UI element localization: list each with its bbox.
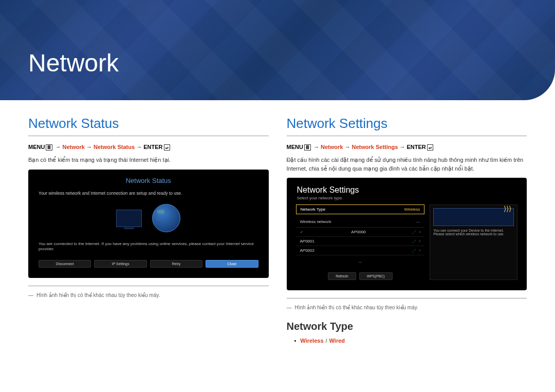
- status-screenshot: Network Status Your wireless network and…: [28, 170, 269, 278]
- ap-name: AP0000: [351, 230, 365, 234]
- path-menu: MENU: [287, 144, 303, 150]
- menu-icon: Ⅲ: [304, 144, 311, 151]
- side-text: You can connect your Device to the inter…: [433, 229, 514, 236]
- footnote-text: Hình ảnh hiển thị có thể khác nhau tùy t…: [36, 292, 160, 298]
- path-settings: Network Settings: [352, 144, 398, 150]
- status-footnote: ―Hình ảnh hiển thị có thể khác nhau tùy …: [28, 286, 269, 298]
- dash: ―: [28, 292, 33, 298]
- path-network: Network: [63, 144, 85, 150]
- nav-path-settings: MENUⅢ → Network → Network Settings → ENT…: [287, 144, 527, 151]
- ap-row-2[interactable]: AP0002⋰›: [296, 246, 425, 255]
- menu-icon: Ⅲ: [46, 144, 52, 151]
- ss-buttons: Disconnect IP Settings Retry Close: [33, 255, 264, 273]
- chevron-right-icon: ›: [419, 230, 421, 234]
- path-menu: MENU: [28, 144, 45, 150]
- ap-row-1[interactable]: AP0001⋰›: [296, 237, 425, 246]
- signal-icon: ⋰: [412, 239, 416, 244]
- content-columns: Network Status MENUⅢ → Network → Network…: [0, 100, 555, 344]
- footnote-text: Hình ảnh hiển thị có thể khác nhau tùy t…: [295, 305, 418, 310]
- path-enter: ENTER: [407, 144, 426, 150]
- ss-right-panel: ⟩⟩⟩ You can connect your Device to the i…: [430, 204, 517, 280]
- signal-icon: ⋰: [412, 230, 416, 234]
- network-type-heading: Network Type: [287, 321, 527, 332]
- wps-button[interactable]: WPS(PBC): [359, 272, 393, 280]
- network-settings-heading: Network Settings: [287, 116, 527, 136]
- wifi-icon: ⟩⟩⟩: [504, 204, 511, 213]
- path-arrow: →: [343, 144, 351, 150]
- left-column: Network Status MENUⅢ → Network → Network…: [28, 116, 269, 344]
- ss-settings-title: Network Settings: [292, 183, 522, 195]
- network-type-row[interactable]: Network Type Wireless: [296, 204, 425, 214]
- chevron-right-icon: ›: [419, 239, 421, 244]
- type-label: Network Type: [301, 207, 326, 212]
- settings-screenshot: Network Settings Select your network typ…: [287, 178, 527, 290]
- list-footer: ﹀: [296, 257, 425, 268]
- ss-image-row: AP0000: [33, 198, 264, 238]
- network-type-options: •Wireless/Wired: [287, 338, 527, 344]
- chevron-right-icon: ›: [419, 248, 421, 253]
- right-column: Network Settings MENUⅢ → Network → Netwo…: [287, 116, 527, 344]
- chevron-up-icon[interactable]: ︿: [416, 219, 420, 225]
- page-title: Network: [0, 0, 555, 77]
- nav-path-status: MENUⅢ → Network → Network Status → ENTER…: [28, 144, 269, 151]
- option-wireless: Wireless: [300, 338, 323, 344]
- network-status-heading: Network Status: [28, 116, 269, 136]
- dash: ―: [287, 305, 292, 310]
- path-arrow: →: [398, 144, 406, 150]
- wl-header-text: Wireless network: [300, 219, 331, 224]
- chevron-down-icon[interactable]: ﹀: [358, 260, 362, 266]
- separator: /: [326, 338, 327, 344]
- tv-icon: [116, 210, 142, 227]
- ss-left-panel: Network Type Wireless Wireless network ︿…: [296, 204, 425, 280]
- header-banner: Network: [0, 0, 555, 100]
- signal-icon: ⋰: [412, 248, 416, 253]
- refresh-button[interactable]: Refresh: [328, 272, 356, 280]
- ss-body: Network Type Wireless Wireless network ︿…: [292, 204, 522, 285]
- globe-icon: [152, 204, 180, 232]
- option-wired: Wired: [329, 338, 345, 344]
- settings-desc: Đặt cấu hình các cài đặt mạng để sử dụng…: [287, 156, 527, 173]
- ap-name: AP0002: [300, 248, 314, 253]
- path-status: Network Status: [94, 144, 135, 150]
- ss-line2: You are connected to the Internet. If yo…: [33, 238, 264, 255]
- settings-btns: Refresh WPS(PBC): [296, 268, 425, 280]
- device-icon: ⟩⟩⟩: [433, 208, 514, 226]
- bullet: •: [294, 338, 297, 344]
- path-arrow: →: [312, 144, 321, 150]
- settings-footnote: ―Hình ảnh hiển thị có thể khác nhau tùy …: [287, 298, 527, 310]
- status-desc: Bạn có thể kiểm tra mạng và trạng thái I…: [28, 156, 269, 164]
- wireless-header: Wireless network ︿: [296, 216, 425, 228]
- close-button[interactable]: Close: [206, 260, 258, 268]
- ss-line1: Your wireless network and Internet conne…: [33, 189, 264, 198]
- ip-settings-button[interactable]: IP Settings: [94, 260, 146, 268]
- retry-button[interactable]: Retry: [150, 260, 202, 268]
- disconnect-button[interactable]: Disconnect: [39, 260, 91, 268]
- path-arrow: →: [85, 144, 94, 150]
- type-value: Wireless: [404, 207, 420, 212]
- ap-name: AP0001: [300, 239, 314, 244]
- path-enter: ENTER: [143, 144, 162, 150]
- path-network: Network: [321, 144, 343, 150]
- path-arrow: →: [135, 144, 143, 150]
- path-arrow: →: [53, 144, 62, 150]
- enter-icon: ↵: [164, 144, 170, 151]
- ap-row-0[interactable]: AP0000⋰›: [296, 228, 425, 237]
- enter-icon: ↵: [427, 144, 433, 151]
- ss-title: Network Status: [33, 175, 264, 189]
- ss-sub: Select your network type.: [292, 195, 522, 204]
